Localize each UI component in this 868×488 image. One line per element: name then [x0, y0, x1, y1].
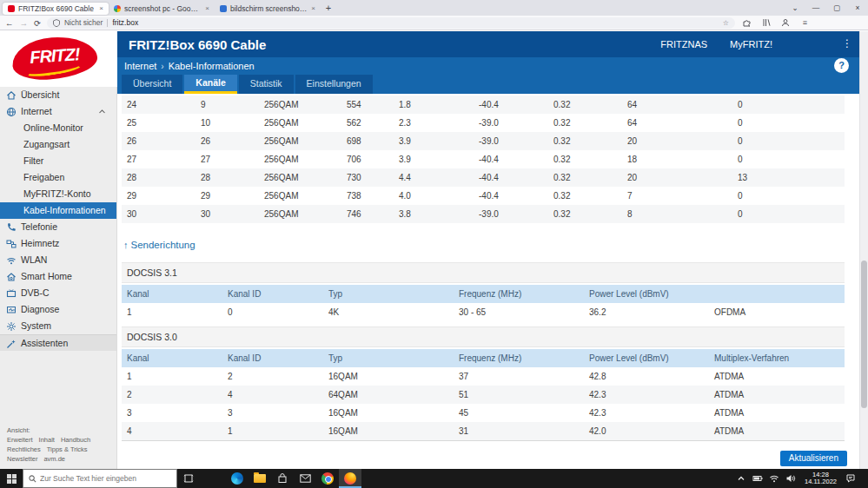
myfritz-link[interactable]: MyFRITZ! [730, 39, 772, 49]
breadcrumb-section[interactable]: Internet [124, 61, 156, 71]
table-cell: 4.0 [394, 191, 474, 201]
sidebar-item-kabel-informationen[interactable]: Kabel-Informationen [0, 202, 116, 219]
action-center-icon[interactable] [845, 473, 856, 484]
table-cell: 746 [341, 209, 394, 219]
table-cell: Typ [323, 353, 454, 363]
sidebar-item-assistenten[interactable]: Assistenten [0, 334, 116, 351]
sidebar-item-system[interactable]: System [0, 318, 116, 334]
taskbar-clock[interactable]: 14:28 14.11.2022 [802, 472, 839, 486]
sidebar-item-zugangsart[interactable]: Zugangsart [0, 136, 116, 153]
forward-button[interactable]: → [20, 18, 29, 28]
task-view-button[interactable] [177, 469, 200, 488]
scrollbar-thumb[interactable] [861, 260, 867, 408]
firefox-app-button[interactable] [339, 469, 361, 488]
taskbar-search[interactable] [23, 469, 177, 488]
tab-kanaele[interactable]: Kanäle [184, 75, 236, 94]
table-cell: 0.32 [548, 155, 622, 164]
page-title: FRITZ!Box 6690 Cable [129, 37, 266, 52]
sidebar-item-uebersicht[interactable]: Übersicht [0, 87, 116, 103]
table-cell: 0.32 [548, 191, 622, 201]
docsis31-section-label: DOCSIS 3.1 [122, 262, 845, 283]
mail-app-button[interactable] [294, 469, 316, 488]
sidebar-item-label: Internet [21, 106, 52, 116]
google-favicon-icon [114, 5, 121, 12]
back-button[interactable]: ← [5, 18, 14, 28]
sidebar-item-wlan[interactable]: WLAN [0, 252, 116, 268]
table-cell: 30 - 65 [454, 307, 584, 317]
address-bar[interactable]: Nicht sicher fritz.box ☆ [47, 17, 735, 29]
close-tab-icon[interactable]: × [205, 4, 209, 12]
footer-link-ansicht[interactable]: Ansicht: Erweitert [7, 426, 33, 444]
fritznas-link[interactable]: FRITZNAS [660, 39, 707, 49]
store-app-button[interactable] [271, 469, 294, 488]
table-cell: 30 [122, 209, 195, 219]
table-cell: 9 [195, 100, 259, 109]
address-url: fritz.box [112, 18, 138, 27]
table-cell: Kanal ID [222, 353, 323, 363]
window-close-button[interactable]: × [847, 0, 868, 16]
account-icon[interactable] [779, 18, 792, 28]
sidebar-item-label: Heimnetz [21, 238, 59, 248]
tray-wifi-icon[interactable] [769, 473, 779, 484]
file-explorer-app-button[interactable] [248, 469, 271, 488]
table-row: 2929256QAM7384.0-40.40.3270 [122, 187, 845, 205]
sidebar-item-freigaben[interactable]: Freigaben [0, 169, 116, 186]
sidebar-item-smart-home[interactable]: Smart Home [0, 268, 116, 285]
sidebar-item-diagnose[interactable]: Diagnose [0, 301, 116, 318]
sidebar-item-label: Smart Home [21, 271, 72, 281]
sidebar-item-online-monitor[interactable]: Online-Monitor [0, 120, 116, 136]
new-tab-button[interactable]: + [321, 3, 336, 13]
tab-uebersicht[interactable]: Übersicht [122, 75, 182, 94]
screenshot-favicon-icon [220, 5, 227, 12]
window-minimize-button[interactable]: — [805, 0, 826, 16]
footer-link-rechtliches[interactable]: Rechtliches [7, 445, 41, 453]
tray-chevron-up-icon[interactable] [736, 473, 746, 484]
sidebar-item-internet[interactable]: Internet [0, 103, 116, 120]
taskbar: 14:28 14.11.2022 [0, 469, 868, 488]
close-tab-icon[interactable]: × [99, 4, 103, 12]
sidebar-item-dvb-c[interactable]: DVB-C [0, 285, 116, 301]
battery-icon[interactable] [752, 473, 763, 484]
page-scrollbar[interactable] [859, 31, 868, 469]
sidebar-item-heimnetz[interactable]: Heimnetz [0, 235, 116, 252]
library-icon[interactable] [760, 18, 773, 28]
help-button[interactable]: ? [834, 58, 849, 73]
clock-date: 14.11.2022 [805, 478, 837, 486]
tab-list-chevron-icon[interactable]: ⌄ [785, 0, 805, 16]
refresh-button[interactable]: Aktualisieren [780, 451, 847, 466]
overflow-menu-icon[interactable]: ⋮ [842, 37, 852, 49]
edge-app-button[interactable] [226, 469, 248, 488]
table-cell: 51 [454, 390, 584, 399]
table-cell: 0.32 [548, 118, 622, 128]
sidebar-item-filter[interactable]: Filter [0, 153, 116, 169]
table-cell: 0.32 [548, 209, 622, 219]
footer-link-avmde[interactable]: avm.de [43, 455, 65, 463]
table-cell: 18 [622, 155, 732, 164]
start-button[interactable] [0, 469, 23, 488]
sidebar-item-myfritz-konto[interactable]: MyFRITZ!-Konto [0, 186, 116, 202]
table-cell: 45 [454, 408, 584, 418]
table-cell: 0 [732, 191, 845, 201]
browser-tab-google-search[interactable]: screenshot pc - Google Suche × [109, 3, 215, 15]
window-maximize-button[interactable]: ▢ [826, 0, 847, 16]
sidebar-item-telefonie[interactable]: Telefonie [0, 219, 116, 235]
footer-link-tipps[interactable]: Tipps & Tricks [47, 445, 88, 453]
table-row: 2626256QAM6983.9-39.00.32200 [122, 132, 845, 150]
tab-einstellungen[interactable]: Einstellungen [295, 75, 373, 94]
chrome-app-button[interactable] [316, 469, 339, 488]
search-input[interactable] [40, 474, 162, 483]
security-label: Nicht sicher [64, 18, 103, 27]
menu-icon[interactable]: ≡ [798, 18, 812, 27]
extensions-icon[interactable] [741, 18, 754, 28]
close-tab-icon[interactable]: × [311, 4, 315, 12]
volume-icon[interactable] [785, 473, 796, 484]
table-cell: Typ [323, 289, 454, 299]
footer-link-newsletter[interactable]: Newsletter [7, 455, 37, 463]
reload-button[interactable]: ⟳ [34, 18, 41, 28]
footer-link-handbuch[interactable]: Handbuch [61, 436, 90, 444]
browser-tab-screenshot[interactable]: bildschirm screenshot erstellen × [215, 3, 321, 15]
tab-statistik[interactable]: Statistik [239, 75, 294, 94]
bookmark-star-icon[interactable]: ☆ [723, 19, 729, 27]
footer-link-inhalt[interactable]: Inhalt [39, 436, 55, 444]
browser-tab-fritzbox[interactable]: FRITZ!Box 6690 Cable × [3, 3, 109, 15]
